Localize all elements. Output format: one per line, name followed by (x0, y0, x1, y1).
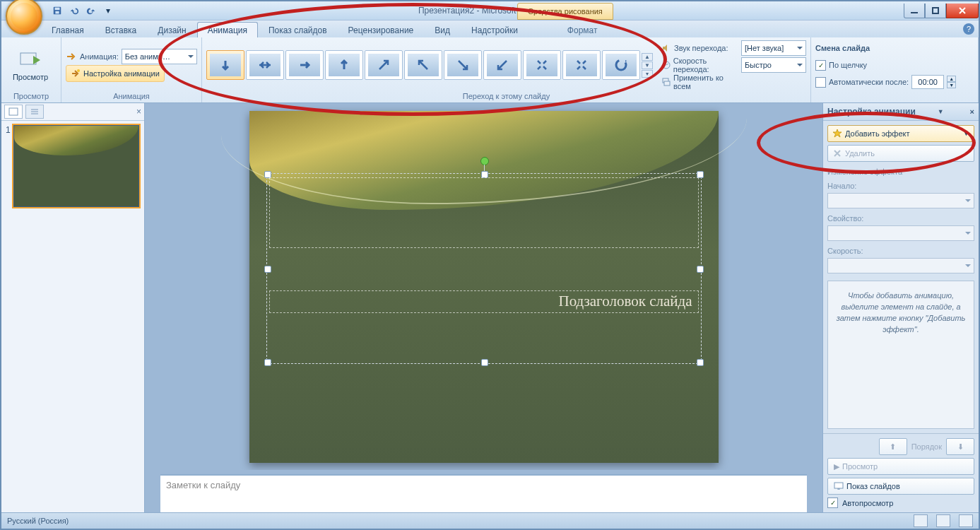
sound-combo[interactable]: [Нет звука] (741, 40, 806, 56)
preview-button[interactable]: Просмотр (6, 47, 55, 83)
slideshow-button[interactable]: Показ слайдов (827, 478, 974, 495)
tab-review[interactable]: Рецензирование (338, 22, 425, 37)
change-effect-label: Изменение эффекта (827, 167, 974, 176)
transition-item[interactable] (285, 50, 324, 80)
taskpane-close[interactable]: × (970, 107, 974, 116)
slide-canvas[interactable]: Подзаголовок слайда (145, 103, 822, 470)
status-lang: Русский (Россия) (7, 517, 69, 525)
slides-tab-thumbnails[interactable] (4, 105, 23, 119)
group-transition-label: Переход к этому слайду (206, 90, 806, 102)
resize-handle[interactable] (697, 359, 704, 366)
status-bar: Русский (Россия) (1, 512, 979, 529)
preview-button-tp[interactable]: ▶ Просмотр (827, 458, 974, 475)
ribbon: Просмотр Просмотр Анимация: Без аними… Н… (1, 37, 979, 103)
transition-item[interactable] (365, 50, 403, 80)
window-title: Презентация2 - Microsoft PowerPoint (1, 6, 979, 16)
svg-point-6 (77, 69, 80, 72)
auto-after-time[interactable]: 00:00 (911, 75, 944, 89)
slides-pane: × 1 (1, 103, 145, 512)
minimize-button[interactable] (904, 4, 925, 18)
slide: Подзаголовок слайда (249, 111, 719, 463)
tab-slideshow[interactable]: Показ слайдов (258, 22, 338, 37)
help-icon[interactable]: ? (963, 23, 974, 35)
transition-item[interactable] (523, 50, 561, 80)
svg-rect-10 (664, 81, 670, 86)
close-button[interactable] (946, 4, 979, 18)
tab-insert[interactable]: Вставка (95, 22, 148, 37)
view-sorter-button[interactable] (936, 514, 950, 527)
tab-format[interactable]: Формат (557, 22, 608, 37)
start-label: Начало: (827, 182, 974, 190)
animation-label: Анимация: (80, 52, 119, 61)
advance-slide-label: Смена слайда (815, 40, 956, 56)
animate-icon (66, 51, 77, 62)
qat-dropdown-icon[interactable]: ▾ (102, 4, 114, 17)
view-slideshow-button[interactable] (959, 514, 973, 527)
rotate-handle[interactable] (480, 157, 489, 165)
tab-animation[interactable]: Анимация (197, 22, 258, 37)
ribbon-tabs: Главная Вставка Дизайн Анимация Показ сл… (1, 20, 979, 37)
transition-item[interactable] (562, 50, 601, 80)
transition-item[interactable] (206, 50, 244, 80)
maximize-button[interactable] (925, 4, 946, 18)
tab-design[interactable]: Дизайн (147, 22, 196, 37)
speed-combo-tp[interactable] (827, 258, 974, 273)
auto-after-checkbox[interactable] (815, 77, 826, 88)
svg-rect-11 (9, 108, 18, 115)
taskpane-title: Настройка анимации (827, 107, 916, 117)
animation-combo[interactable]: Без аними… (122, 49, 197, 64)
on-click-checkbox[interactable]: ✓ (815, 60, 826, 71)
apply-all-button[interactable]: Применить ко всем (673, 73, 738, 90)
remove-effect-button[interactable]: Удалить (827, 145, 974, 162)
sound-label: Звук перехода: (674, 44, 728, 52)
reorder-up-button[interactable]: ⬆ (879, 438, 907, 455)
reorder-down-button[interactable]: ⬇ (946, 438, 974, 455)
property-label: Свойство: (827, 214, 974, 223)
group-preview-label: Просмотр (6, 90, 57, 102)
svg-rect-2 (55, 11, 59, 14)
autopreview-checkbox[interactable]: ✓ (827, 497, 838, 508)
speed-combo[interactable]: Быстро (741, 57, 806, 73)
start-combo[interactable] (827, 193, 974, 208)
view-normal-button[interactable] (914, 514, 928, 527)
transition-item[interactable] (602, 50, 640, 80)
slides-tab-outline[interactable] (25, 105, 44, 119)
svg-rect-1 (55, 8, 60, 11)
title-placeholder[interactable] (269, 177, 699, 248)
resize-handle[interactable] (481, 359, 488, 366)
svg-rect-12 (834, 483, 843, 488)
tab-addins[interactable]: Надстройки (461, 22, 529, 37)
tab-view[interactable]: Вид (424, 22, 461, 37)
speed-label: Скорость перехода: (673, 57, 738, 73)
svg-point-7 (616, 60, 626, 70)
transition-gallery: ▲▼▾ (206, 50, 653, 80)
resize-handle[interactable] (264, 359, 271, 366)
slides-pane-close[interactable]: × (136, 107, 141, 117)
autopreview-label: Автопросмотр (842, 499, 893, 507)
transition-item[interactable] (404, 50, 442, 80)
subtitle-placeholder[interactable]: Подзаголовок слайда (269, 290, 699, 313)
redo-icon[interactable] (85, 4, 98, 17)
save-icon[interactable] (51, 4, 64, 17)
transition-item[interactable] (325, 50, 363, 80)
resize-handle[interactable] (697, 266, 704, 273)
group-animation-label: Анимация (66, 90, 197, 102)
property-combo[interactable] (827, 225, 974, 241)
quick-access-toolbar: ▾ (51, 4, 114, 17)
transition-item[interactable] (246, 50, 284, 80)
taskpane-dropdown-icon[interactable]: ▼ (938, 108, 944, 115)
tab-home[interactable]: Главная (41, 22, 95, 37)
auto-after-label: Автоматически после: (829, 78, 909, 86)
apply-all-icon (661, 77, 671, 87)
add-effect-button[interactable]: Добавить эффект▼ (827, 125, 974, 142)
contextual-tab-label: Средства рисования (517, 3, 613, 20)
custom-animation-button[interactable]: Настройка анимации (66, 65, 165, 82)
transition-item[interactable] (483, 50, 521, 80)
slide-thumbnail[interactable] (13, 125, 139, 207)
transition-item[interactable] (444, 50, 482, 80)
undo-icon[interactable] (68, 4, 81, 17)
resize-handle[interactable] (264, 266, 271, 273)
notes-pane[interactable]: Заметки к слайду (160, 474, 807, 512)
gallery-scroll[interactable]: ▲▼▾ (642, 53, 653, 78)
thumbnail-number: 1 (6, 125, 11, 207)
